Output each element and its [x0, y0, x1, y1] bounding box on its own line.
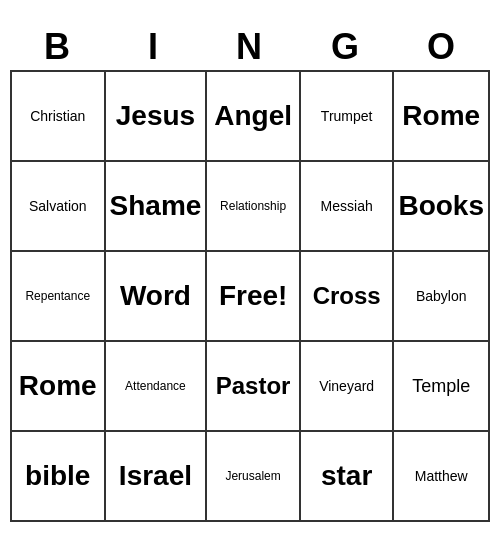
cell-text: Word	[120, 280, 191, 312]
bingo-cell[interactable]: Free!	[207, 252, 301, 342]
cell-text: Christian	[30, 108, 85, 124]
cell-text: Babylon	[416, 288, 467, 304]
bingo-cell[interactable]: Rome	[394, 72, 490, 162]
bingo-cell[interactable]: Messiah	[301, 162, 395, 252]
header-letter: N	[202, 22, 298, 70]
bingo-header: BINGO	[10, 22, 490, 70]
cell-text: Attendance	[125, 379, 186, 393]
cell-text: Repentance	[25, 289, 90, 303]
bingo-cell[interactable]: Pastor	[207, 342, 301, 432]
cell-text: Shame	[110, 190, 202, 222]
cell-text: Jerusalem	[225, 469, 280, 483]
bingo-cell[interactable]: Israel	[106, 432, 208, 522]
header-letter: B	[10, 22, 106, 70]
bingo-cell[interactable]: Repentance	[12, 252, 106, 342]
cell-text: Cross	[313, 282, 381, 310]
bingo-cell[interactable]: Christian	[12, 72, 106, 162]
cell-text: Relationship	[220, 199, 286, 213]
bingo-cell[interactable]: Temple	[394, 342, 490, 432]
cell-text: star	[321, 460, 372, 492]
bingo-cell[interactable]: Trumpet	[301, 72, 395, 162]
cell-text: Vineyard	[319, 378, 374, 394]
bingo-cell[interactable]: Jesus	[106, 72, 208, 162]
bingo-cell[interactable]: bible	[12, 432, 106, 522]
bingo-cell[interactable]: Matthew	[394, 432, 490, 522]
bingo-cell[interactable]: Babylon	[394, 252, 490, 342]
header-letter: G	[298, 22, 394, 70]
bingo-card: BINGO ChristianJesusAngelTrumpetRomeSalv…	[10, 22, 490, 522]
cell-text: Temple	[412, 376, 470, 397]
bingo-cell[interactable]: Jerusalem	[207, 432, 301, 522]
bingo-cell[interactable]: Salvation	[12, 162, 106, 252]
cell-text: Angel	[214, 100, 292, 132]
bingo-cell[interactable]: Shame	[106, 162, 208, 252]
header-letter: O	[394, 22, 490, 70]
bingo-cell[interactable]: Relationship	[207, 162, 301, 252]
bingo-grid: ChristianJesusAngelTrumpetRomeSalvationS…	[10, 70, 490, 522]
bingo-cell[interactable]: Angel	[207, 72, 301, 162]
bingo-cell[interactable]: Attendance	[106, 342, 208, 432]
bingo-cell[interactable]: star	[301, 432, 395, 522]
cell-text: Trumpet	[321, 108, 373, 124]
bingo-cell[interactable]: Word	[106, 252, 208, 342]
cell-text: Rome	[402, 100, 480, 132]
cell-text: Salvation	[29, 198, 87, 214]
header-letter: I	[106, 22, 202, 70]
cell-text: Messiah	[321, 198, 373, 214]
bingo-cell[interactable]: Vineyard	[301, 342, 395, 432]
cell-text: Pastor	[216, 372, 291, 400]
cell-text: Rome	[19, 370, 97, 402]
cell-text: Free!	[219, 280, 287, 312]
cell-text: Matthew	[415, 468, 468, 484]
bingo-cell[interactable]: Cross	[301, 252, 395, 342]
bingo-cell[interactable]: Rome	[12, 342, 106, 432]
bingo-cell[interactable]: Books	[394, 162, 490, 252]
cell-text: Jesus	[116, 100, 195, 132]
cell-text: bible	[25, 460, 90, 492]
cell-text: Israel	[119, 460, 192, 492]
cell-text: Books	[398, 190, 484, 222]
